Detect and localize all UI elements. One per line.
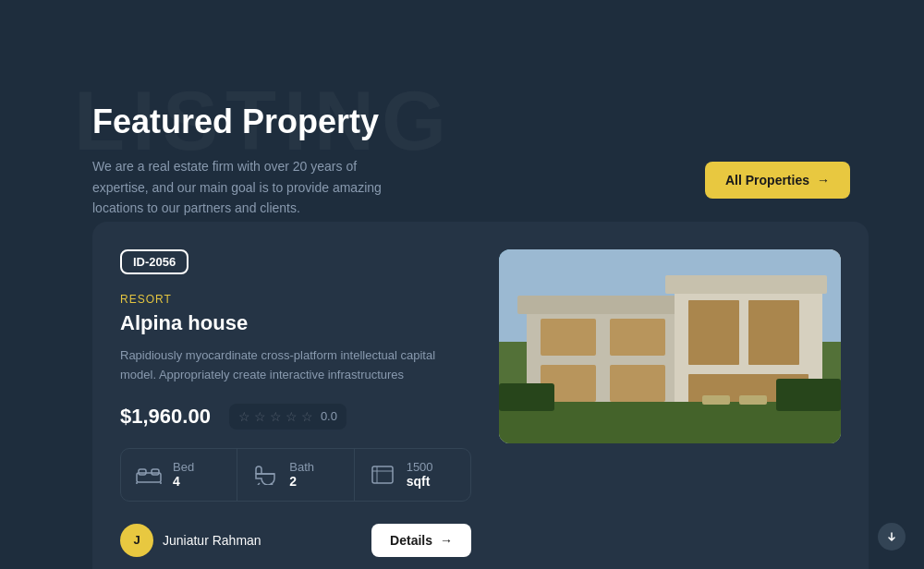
svg-line-6 [258,483,260,485]
star-5: ☆ [301,409,313,424]
area-text: 1500 sqft [407,460,433,489]
rating-container: ☆ ☆ ☆ ☆ ☆ 0.0 [229,404,346,430]
page-title: Featured Property [92,102,416,141]
property-description: Rapidiously myocardinate cross-platform … [120,346,471,385]
card-left: ID-2056 Resort Alpina house Rapidiously … [120,249,471,557]
header-section: Featured Property We are a real estate f… [92,102,416,218]
svg-rect-2 [152,469,159,475]
avatar: J [120,524,153,557]
scroll-indicator[interactable] [878,523,906,551]
svg-rect-27 [499,249,841,443]
star-3: ☆ [270,409,282,424]
amenity-area: 1500 sqft [355,449,470,501]
price-rating-row: $1,960.00 ☆ ☆ ☆ ☆ ☆ 0.0 [120,404,471,430]
bath-icon [250,460,280,490]
details-button[interactable]: Details → [371,524,471,557]
star-1: ☆ [238,409,250,424]
all-properties-button[interactable]: All Properties → [705,162,850,199]
property-type: Resort [120,293,471,306]
header-description: We are a real estate firm with over 20 y… [92,156,416,218]
svg-rect-8 [372,466,393,483]
star-4: ☆ [286,409,298,424]
amenities-row: Bed 4 Bath 2 [120,448,471,502]
agent-name: Juniatur Rahman [163,533,261,548]
star-2: ☆ [254,409,266,424]
property-image [499,249,841,443]
bath-text: Bath 2 [289,460,314,489]
amenity-bath: Bath 2 [237,449,354,501]
property-card: ID-2056 Resort Alpina house Rapidiously … [92,222,869,569]
amenity-bed: Bed 4 [121,449,237,501]
id-badge: ID-2056 [120,249,188,274]
bed-text: Bed 4 [173,460,194,489]
property-name: Alpina house [120,311,471,335]
property-price: $1,960.00 [120,405,211,429]
bed-icon [134,460,164,490]
area-icon [368,460,397,490]
svg-rect-1 [139,469,146,475]
agent-info: J Juniatur Rahman [120,524,261,557]
card-footer: J Juniatur Rahman Details → [120,524,471,557]
rating-value: 0.0 [321,409,337,423]
